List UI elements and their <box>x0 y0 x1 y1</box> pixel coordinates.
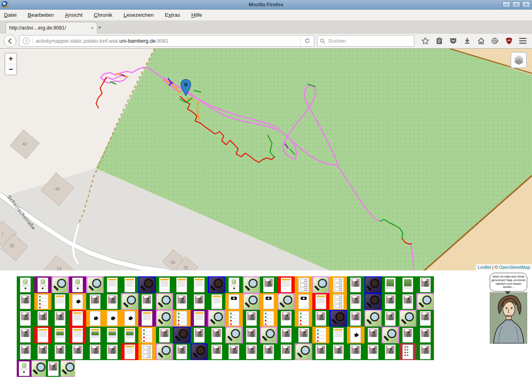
activity-tile-camera[interactable] <box>260 293 278 310</box>
activity-tile-map[interactable] <box>416 293 434 310</box>
activity-tile-avatar[interactable] <box>34 310 52 327</box>
activity-tile-avatar[interactable] <box>365 343 382 360</box>
activity-tile-avatar[interactable] <box>260 276 278 293</box>
activity-tile-check[interactable] <box>312 327 330 343</box>
activity-tile-avatar[interactable] <box>17 310 34 327</box>
activity-tile-map[interactable] <box>243 293 260 310</box>
activity-tile-map[interactable] <box>156 293 173 310</box>
activity-tile-avatar[interactable] <box>347 343 365 360</box>
activity-tile-map[interactable] <box>156 343 173 360</box>
activity-tile-avatar[interactable] <box>17 327 34 343</box>
activity-tile-avatar[interactable] <box>399 293 417 310</box>
activity-tile-map[interactable] <box>208 310 225 327</box>
activity-tile-speaker[interactable] <box>69 293 87 310</box>
tab-close-icon[interactable]: × <box>91 25 94 31</box>
activity-tile-app[interactable] <box>225 276 243 293</box>
activity-tile-avatar[interactable] <box>208 343 225 360</box>
activity-tile-avatar[interactable] <box>17 343 34 360</box>
activity-tile-avatar[interactable] <box>416 310 434 327</box>
activity-tile-avatar[interactable] <box>347 293 365 310</box>
layers-control[interactable] <box>510 52 527 68</box>
leaflet-map[interactable]: Scherlachstraße4240735332826 + − Leaflet… <box>0 49 532 270</box>
activity-tile-avatar[interactable] <box>156 327 173 343</box>
activity-tile-doc[interactable] <box>191 310 208 327</box>
activity-tile-avatar[interactable] <box>17 293 34 310</box>
activity-tile-app[interactable] <box>17 360 32 377</box>
activity-tile-app[interactable] <box>17 276 34 293</box>
activity-tile-avatar[interactable] <box>399 327 417 343</box>
menu-item-datei[interactable]: Datei <box>4 12 17 18</box>
activity-tile-speaker[interactable] <box>121 310 138 327</box>
menu-item-bearbeiten[interactable]: Bearbeiten <box>28 12 54 18</box>
activity-tile-map[interactable] <box>121 293 138 310</box>
activity-tile-form[interactable] <box>295 276 312 293</box>
activity-tile-avatar[interactable] <box>191 293 208 310</box>
activity-tile-docphoto[interactable] <box>86 327 104 343</box>
activity-tile-avatar[interactable] <box>347 310 365 327</box>
activity-tile-mapd[interactable] <box>138 276 156 293</box>
activity-tile-avatar[interactable] <box>138 293 156 310</box>
search-input[interactable] <box>327 37 412 44</box>
menu-item-chronik[interactable]: Chronik <box>94 12 112 18</box>
menu-item-extras[interactable]: Extras <box>165 12 180 18</box>
url-bar[interactable]: i activitymapper.static.potato.kinf.wiai… <box>19 35 314 47</box>
activity-tile-avatar[interactable] <box>51 343 69 360</box>
activity-tile-avatar[interactable] <box>46 360 61 377</box>
activity-tile-avatar[interactable] <box>34 343 52 360</box>
home-icon[interactable] <box>477 37 485 45</box>
activity-tile-avatar[interactable] <box>295 327 312 343</box>
pocket-icon[interactable] <box>449 37 457 45</box>
ublock-shield-icon[interactable]: uO <box>505 37 513 45</box>
activity-tile-map[interactable] <box>156 310 173 327</box>
hamburger-menu-icon[interactable] <box>519 37 527 45</box>
activity-tile-avatar[interactable] <box>173 293 191 310</box>
activity-tile-avatar[interactable] <box>278 343 295 360</box>
activity-tile-docphoto[interactable] <box>104 327 121 343</box>
browser-tab[interactable]: http://activi…erg.de:8081/ × <box>6 22 97 33</box>
activity-tile-map[interactable] <box>225 327 243 343</box>
activity-tile-speaker[interactable] <box>347 327 365 343</box>
activity-tile-doc[interactable] <box>208 293 225 310</box>
zoom-in-button[interactable]: + <box>5 53 16 64</box>
bookmark-star-icon[interactable] <box>421 37 429 45</box>
activity-tile-avatar[interactable] <box>243 327 260 343</box>
activity-tile-form[interactable] <box>329 293 347 310</box>
activity-tile-check[interactable] <box>34 293 52 310</box>
activity-tile-doc[interactable] <box>69 327 87 343</box>
activity-tile-map[interactable] <box>365 310 382 327</box>
activity-tile-map[interactable] <box>32 360 46 377</box>
minimize-button[interactable]: – <box>502 1 510 8</box>
activity-tile-avatar[interactable] <box>329 343 347 360</box>
activity-tile-avatar[interactable] <box>104 293 121 310</box>
activity-tile-mapd[interactable] <box>208 276 225 293</box>
activity-tile-avatar[interactable] <box>191 327 208 343</box>
activity-tile-doc[interactable] <box>191 276 208 293</box>
activity-tile-avatar[interactable] <box>416 276 434 293</box>
activity-tile-map[interactable] <box>278 293 295 310</box>
activity-tile-map[interactable] <box>382 327 399 343</box>
activity-tile-map[interactable] <box>312 276 330 293</box>
activity-tile-check[interactable] <box>260 310 278 327</box>
activity-tile-avatar[interactable] <box>312 310 330 327</box>
activity-tile-avatar[interactable] <box>382 343 399 360</box>
activity-tile-avatar[interactable] <box>416 327 434 343</box>
openstreetmap-link[interactable]: OpenStreetMap <box>499 265 530 270</box>
activity-tile-check[interactable] <box>173 310 191 327</box>
search-bar[interactable] <box>317 35 414 47</box>
activity-tile-avatar[interactable] <box>278 327 295 343</box>
menu-item-hilfe[interactable]: Hilfe <box>191 12 202 18</box>
info-icon[interactable]: i <box>23 37 30 44</box>
activity-tile-doc[interactable] <box>121 276 138 293</box>
activity-tile-map[interactable] <box>51 276 69 293</box>
activity-tile-photo[interactable] <box>399 276 417 293</box>
activity-tile-avatar[interactable] <box>86 293 104 310</box>
activity-tile-mapd[interactable] <box>365 276 382 293</box>
new-tab-button[interactable]: + <box>95 24 104 31</box>
activity-tile-check[interactable] <box>295 310 312 327</box>
activity-tile-doc[interactable] <box>121 343 138 360</box>
activity-tile-avatar[interactable] <box>173 343 191 360</box>
activity-tile-doc[interactable] <box>138 310 156 327</box>
activity-tile-avatar[interactable] <box>243 343 260 360</box>
globe-edit-icon[interactable] <box>491 37 499 45</box>
activity-tile-app[interactable] <box>34 276 52 293</box>
